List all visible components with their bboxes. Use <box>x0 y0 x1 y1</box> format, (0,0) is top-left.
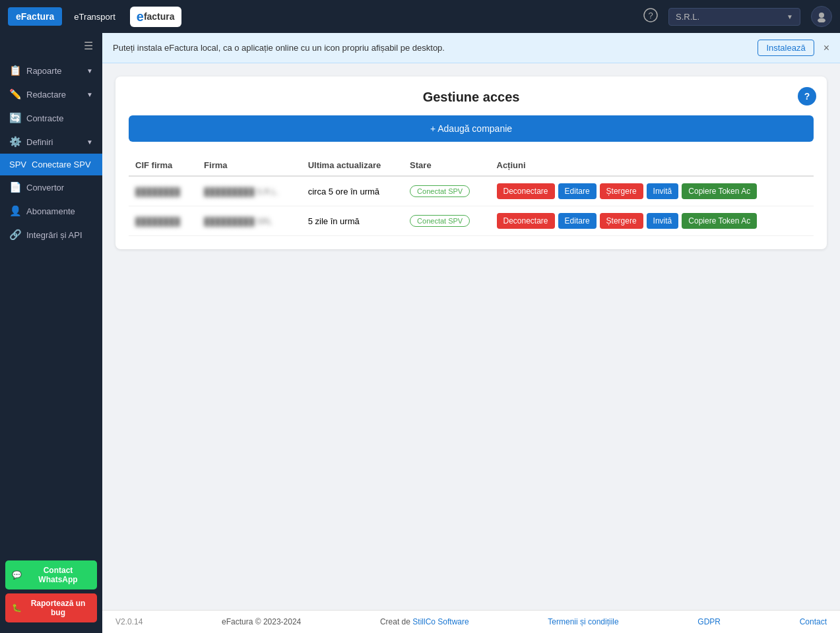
company-select[interactable]: S.R.L. ▼ <box>668 8 800 26</box>
whatsapp-button[interactable]: 💬 Contact WhatsApp <box>5 560 97 589</box>
table-row: ████████ █████████ S.R.L. circa 5 ore în… <box>129 176 814 206</box>
stergere-button-0[interactable]: Ștergere <box>600 183 643 199</box>
chevron-rapoarte: ▼ <box>86 67 93 75</box>
spv-badge: SPV <box>9 160 26 169</box>
edit-icon: ✏️ <box>9 88 21 100</box>
sidebar-item-redactare[interactable]: ✏️ Redactare ▼ <box>0 82 102 106</box>
svg-point-3 <box>818 18 825 23</box>
table-head: CIF firma Firma Ultima actualizare Stare… <box>129 155 814 176</box>
sidebar-item-spv[interactable]: SPV Conectare SPV <box>0 154 102 175</box>
svg-text:?: ? <box>648 10 653 20</box>
page-content: Gestiune acces ? + Adaugă companie CIF f… <box>102 63 840 610</box>
company-name: S.R.L. <box>676 12 699 22</box>
sidebar-item-rapoarte[interactable]: 📋 Rapoarte ▼ <box>0 59 102 82</box>
stergere-button-1[interactable]: Ștergere <box>600 213 643 229</box>
install-close-button[interactable]: × <box>824 42 829 54</box>
sidebar-item-contracte[interactable]: 🔄 Contracte <box>0 106 102 130</box>
footer-gdpr-link[interactable]: GDPR <box>697 617 721 626</box>
sidebar-item-definiri[interactable]: ⚙️ Definiri ▼ <box>0 130 102 154</box>
whatsapp-icon: 💬 <box>12 570 22 580</box>
editare-button-1[interactable]: Editare <box>558 213 597 229</box>
deconectare-button-1[interactable]: Deconectare <box>497 213 555 229</box>
install-button[interactable]: Instalează <box>758 40 814 56</box>
definiri-icon: ⚙️ <box>9 136 21 148</box>
cell-firma-1: █████████ SRL <box>197 206 302 236</box>
efactura-logo: e factura <box>130 7 181 27</box>
install-banner: Puteți instala eFactura local, ca o apli… <box>102 33 840 63</box>
chevron-redactare: ▼ <box>86 91 93 98</box>
sidebar-toggle[interactable]: ☰ <box>0 33 102 59</box>
cell-update-0: circa 5 ore în urmă <box>302 176 403 206</box>
invite-button-1[interactable]: Invită <box>647 213 679 229</box>
bug-report-button[interactable]: 🐛 Raportează un bug <box>5 593 97 622</box>
user-avatar[interactable] <box>811 6 832 27</box>
menu-icon: ☰ <box>84 40 93 52</box>
cell-status-1: Conectat SPV <box>403 206 490 236</box>
col-stare: Stare <box>403 155 490 176</box>
main-card: Gestiune acces ? + Adaugă companie CIF f… <box>115 76 827 249</box>
col-cif: CIF firma <box>129 155 197 176</box>
cell-cif-0: ████████ <box>129 176 197 206</box>
table-body: ████████ █████████ S.R.L. circa 5 ore în… <box>129 176 814 236</box>
col-update: Ultima actualizare <box>302 155 403 176</box>
col-actiuni: Acțiuni <box>490 155 814 176</box>
whatsapp-label: Contact WhatsApp <box>26 566 90 584</box>
svg-point-2 <box>819 13 824 18</box>
content-area: Puteți instala eFactura local, ca o apli… <box>102 33 840 633</box>
editare-button-0[interactable]: Editare <box>558 183 597 199</box>
footer-creator-link[interactable]: StillCo Software <box>412 617 468 626</box>
add-company-button[interactable]: + Adaugă companie <box>129 115 814 142</box>
abonamente-icon: 👤 <box>9 205 21 217</box>
cell-actions-0: Deconectare Editare Ștergere Invită Copi… <box>490 176 814 206</box>
chevron-definiri: ▼ <box>86 138 93 146</box>
convertor-icon: 📄 <box>9 181 21 193</box>
status-badge-0: Conectat SPV <box>410 185 470 197</box>
install-banner-text: Puteți instala eFactura local, ca o apli… <box>113 43 752 53</box>
brand-efactura[interactable]: eFactura <box>8 7 62 26</box>
sidebar-item-convertor[interactable]: 📄 Convertor <box>0 175 102 199</box>
bug-icon: 🐛 <box>12 603 22 613</box>
sidebar-label-contracte: Contracte <box>26 113 63 123</box>
help-circle-button[interactable]: ? <box>798 87 816 106</box>
status-badge-1: Conectat SPV <box>410 215 470 227</box>
integrari-icon: 🔗 <box>9 229 21 241</box>
sidebar-label-redactare: Redactare <box>26 90 66 100</box>
page-title: Gestiune acces <box>129 90 814 105</box>
sidebar-label-abonamente: Abonamente <box>26 206 75 216</box>
sidebar-label-definiri: Definiri <box>26 137 53 147</box>
cell-update-1: 5 zile în urmă <box>302 206 403 236</box>
logo-factura: factura <box>144 11 175 22</box>
sidebar-label-spv: Conectare SPV <box>32 160 91 169</box>
sidebar-label-rapoarte: Rapoarte <box>26 66 61 76</box>
sidebar: ☰ 📋 Rapoarte ▼ ✏️ Redactare ▼ 🔄 Contract… <box>0 33 102 633</box>
report-icon: 📋 <box>9 65 21 76</box>
footer-contact-link[interactable]: Contact <box>800 617 827 626</box>
help-icon[interactable]: ? <box>643 8 658 26</box>
footer-version: V2.0.14 <box>115 617 143 626</box>
companies-table: CIF firma Firma Ultima actualizare Stare… <box>129 155 814 236</box>
sidebar-item-abonamente[interactable]: 👤 Abonamente <box>0 199 102 223</box>
topnav: eFactura eTransport e factura ? S.R.L. ▼ <box>0 0 840 33</box>
chevron-down-icon: ▼ <box>787 13 793 20</box>
companies-table-wrap: CIF firma Firma Ultima actualizare Stare… <box>129 155 814 236</box>
logo-e: e <box>137 9 144 24</box>
cell-cif-1: ████████ <box>129 206 197 236</box>
bug-label: Raportează un bug <box>26 599 90 617</box>
cell-status-0: Conectat SPV <box>403 176 490 206</box>
token-button-0[interactable]: Copiere Token Ac <box>682 183 757 199</box>
sidebar-label-convertor: Convertor <box>26 183 64 193</box>
footer-created: Creat de StillCo Software <box>380 617 469 626</box>
contracte-icon: 🔄 <box>9 112 21 124</box>
footer-copyright: eFactura © 2023-2024 <box>222 617 301 626</box>
footer-terms-link[interactable]: Termenii și condițiile <box>548 617 618 626</box>
cell-firma-0: █████████ S.R.L. <box>197 176 302 206</box>
invite-button-0[interactable]: Invită <box>647 183 679 199</box>
brand-etransport[interactable]: eTransport <box>67 8 121 26</box>
deconectare-button-0[interactable]: Deconectare <box>497 183 555 199</box>
cell-actions-1: Deconectare Editare Ștergere Invită Copi… <box>490 206 814 236</box>
sidebar-label-integrari: Integrări și API <box>26 230 82 240</box>
col-firma: Firma <box>197 155 302 176</box>
token-button-1[interactable]: Copiere Token Ac <box>682 213 757 229</box>
sidebar-item-integrari[interactable]: 🔗 Integrări și API <box>0 223 102 247</box>
table-row: ████████ █████████ SRL 5 zile în urmă Co… <box>129 206 814 236</box>
